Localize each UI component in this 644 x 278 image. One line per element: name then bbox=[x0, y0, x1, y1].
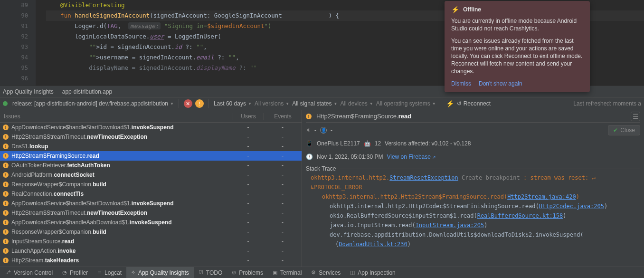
issue-events: - bbox=[264, 238, 302, 245]
issues-col-header: Issues bbox=[0, 113, 233, 120]
versions-dropdown[interactable]: All versions ▼ bbox=[255, 100, 289, 107]
close-label: Close bbox=[620, 127, 635, 134]
offline-popup: ⚡ Offline You are currently in offline m… bbox=[445, 1, 590, 92]
tool-tab-logcat[interactable]: ≣Logcat bbox=[93, 267, 126, 278]
st-source-link[interactable]: Http2Codec.java:205 bbox=[539, 203, 604, 210]
st-source-link[interactable]: RealBufferedSource.kt:158 bbox=[477, 212, 563, 219]
issue-users: - bbox=[233, 238, 264, 245]
issue-row[interactable]: !Http2Stream$FramingSource.read-- bbox=[0, 151, 302, 161]
tool-tab-app-inspection[interactable]: ◫App Inspection bbox=[345, 267, 400, 278]
dismiss-button[interactable]: Dismiss bbox=[451, 80, 471, 87]
warning-icon: ! bbox=[3, 258, 9, 263]
st-source-link[interactable]: InputStream.java:205 bbox=[416, 222, 484, 229]
st-exception-link[interactable]: StreamResetException bbox=[389, 174, 458, 181]
tool-tab-terminal[interactable]: ▣Terminal bbox=[268, 267, 306, 278]
period-label: Last 60 days bbox=[214, 100, 246, 107]
stack-trace[interactable]: okhttp3.internal.http2.StreamResetExcept… bbox=[306, 172, 640, 250]
issue-users: - bbox=[233, 172, 264, 178]
detail-panel-settings-button[interactable]: ☰ bbox=[631, 112, 640, 121]
tool-tab-profiler[interactable]: ◔Profiler bbox=[57, 267, 93, 278]
issues-list[interactable]: !AppDownloadService$handleStartDownload$… bbox=[0, 123, 302, 267]
issue-name: AppDownloadService$handleStartDownload$1… bbox=[11, 124, 233, 131]
issue-row[interactable]: !AppDownloadService$handleStartDownload$… bbox=[0, 199, 302, 208]
st-source-link[interactable]: Http2Stream.java:420 bbox=[507, 193, 576, 200]
external-link-icon: ↗ bbox=[432, 155, 436, 160]
issue-row[interactable]: !Http2Stream.takeHeaders-- bbox=[0, 256, 302, 265]
issue-name: AppDownloadService$handleAabDownload$1.i… bbox=[11, 219, 233, 226]
issue-row[interactable]: !ResponseWrapper$Companion.build-- bbox=[0, 180, 302, 189]
issue-name: Http2Stream$StreamTimeout.newTimeoutExce… bbox=[11, 134, 233, 140]
st-msg: : stream was reset: bbox=[520, 174, 589, 181]
view-link-label: View on Firebase bbox=[387, 153, 431, 160]
events-col-header: Events bbox=[264, 113, 302, 120]
st-frame: okio.RealBufferedSource$inputStream$1.re… bbox=[330, 212, 477, 219]
tool-tab-icon: ⎇ bbox=[5, 269, 11, 276]
reconnect-button[interactable]: ↻ Reconnect bbox=[457, 100, 491, 107]
users-col-header: Users bbox=[233, 113, 264, 120]
tool-tab-app-quality-insights[interactable]: ✧App Quality Insights bbox=[126, 267, 194, 278]
issue-row[interactable]: !Dns$1.lookup-- bbox=[0, 142, 302, 151]
tool-tab-todo[interactable]: ☑TODO bbox=[194, 267, 227, 278]
issue-detail-title: Http2Stream$FramingSource.read bbox=[316, 113, 411, 120]
st-source-link[interactable]: DownloadUtils.kt:230 bbox=[339, 241, 407, 248]
issue-name: RealConnection.connectTls bbox=[11, 191, 233, 197]
issue-events: - bbox=[264, 134, 302, 140]
tool-tab-icon: ◔ bbox=[62, 269, 67, 276]
issue-row[interactable]: !RealConnection.connectTls-- bbox=[0, 189, 302, 199]
issue-row[interactable]: !OAuthTokenRetriever.fetchAuthToken-- bbox=[0, 161, 302, 170]
devices-dropdown[interactable]: All devices ▼ bbox=[340, 100, 373, 107]
filter-fatal-icon[interactable]: ✕ bbox=[184, 99, 192, 108]
tool-tab-icon: ⚙ bbox=[311, 269, 316, 276]
issue-events: - bbox=[264, 124, 302, 131]
issue-name: Dns$1.lookup bbox=[11, 143, 233, 150]
issue-row[interactable]: !Http2Stream$StreamTimeout.newTimeoutExc… bbox=[0, 208, 302, 218]
st-frame: okhttp3.internal.http2.Http2Codec$Stream… bbox=[330, 203, 539, 210]
view-on-firebase-link[interactable]: View on Firebase ↗ bbox=[387, 153, 436, 160]
issue-events: - bbox=[264, 181, 302, 188]
bottom-tool-window-bar: ⎇Version Control◔Profiler≣Logcat✧App Qua… bbox=[0, 267, 644, 278]
issue-row[interactable]: !Http2Stream$StreamTimeout.newTimeoutExc… bbox=[0, 132, 302, 142]
issue-row[interactable]: !AppDownloadService$handleAabDownload$1.… bbox=[0, 218, 302, 227]
tool-tab-services[interactable]: ⚙Services bbox=[306, 267, 345, 278]
user-icon: 👤 bbox=[320, 127, 327, 134]
issue-events: - bbox=[264, 153, 302, 159]
issue-row[interactable]: !LaunchAppAction.invoke-- bbox=[0, 246, 302, 256]
issue-detail-pane: ! Http2Stream$FramingSource.read ☰ ✷ - 👤… bbox=[302, 110, 644, 267]
signals-dropdown[interactable]: All signal states ▼ bbox=[292, 100, 337, 107]
issue-time: Nov 1, 2022, 05:01:30 PM bbox=[317, 153, 383, 160]
create-breakpoint-hint[interactable]: Create breakpoint bbox=[462, 174, 520, 181]
warning-icon: ! bbox=[3, 172, 9, 178]
module-dropdown[interactable]: release: [app-distribution-android] dev.… bbox=[12, 100, 174, 107]
chevron-down-icon: ▼ bbox=[334, 102, 338, 106]
os-label: All operating systems bbox=[376, 100, 430, 107]
period-dropdown[interactable]: Last 60 days ▼ bbox=[214, 100, 252, 107]
close-button[interactable]: ✔ Close bbox=[608, 125, 640, 135]
dont-show-again-button[interactable]: Don't show again bbox=[479, 80, 522, 87]
tool-tab-problems[interactable]: ⊘Problems bbox=[227, 267, 268, 278]
tool-tab-label: Problems bbox=[239, 269, 263, 276]
os-dropdown[interactable]: All operating systems ▼ bbox=[376, 100, 436, 107]
issue-name: ResponseWrapper$Companion.build bbox=[11, 181, 233, 188]
popup-title: Offline bbox=[463, 6, 481, 13]
issue-method: read bbox=[398, 113, 411, 120]
warning-icon: ! bbox=[3, 182, 9, 187]
warning-icon: ! bbox=[3, 220, 9, 225]
warning-icon: ! bbox=[3, 144, 9, 149]
issue-users: - bbox=[233, 219, 264, 226]
tool-tab-version-control[interactable]: ⎇Version Control bbox=[0, 267, 57, 278]
device-name: OnePlus LE2117 bbox=[317, 140, 360, 147]
stack-trace-header: Stack Trace bbox=[306, 165, 336, 172]
tool-tab-icon: ◫ bbox=[350, 269, 355, 276]
issue-users: - bbox=[233, 124, 264, 131]
st-frame: okhttp3.internal.http2.Http2Stream$Frami… bbox=[322, 193, 507, 200]
issue-row[interactable]: !ResponseWrapper$Companion.build-- bbox=[0, 227, 302, 237]
issue-row[interactable]: !AndroidPlatform.connectSocket-- bbox=[0, 170, 302, 180]
st-pkg: okhttp3.internal.http2. bbox=[311, 174, 389, 181]
issue-row[interactable]: !InputStreamSource.read-- bbox=[0, 237, 302, 246]
issue-name: ResponseWrapper$Companion.build bbox=[11, 229, 233, 235]
tool-tab-label: TODO bbox=[206, 269, 222, 276]
issue-row[interactable]: !AppDownloadService$handleStartDownload$… bbox=[0, 123, 302, 132]
filter-nonfatal-icon[interactable]: ! bbox=[195, 99, 204, 108]
reconnect-label: Reconnect bbox=[464, 100, 491, 107]
warning-icon: ! bbox=[3, 248, 9, 254]
